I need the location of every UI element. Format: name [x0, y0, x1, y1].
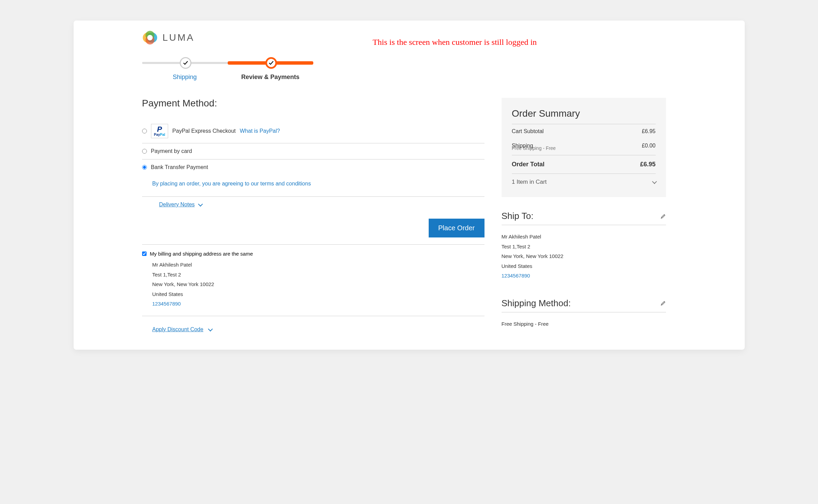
brand-name: LUMA [163, 32, 195, 43]
paypal-label: PayPal Express Checkout [172, 128, 236, 134]
paypal-radio[interactable] [142, 129, 147, 133]
ship-to-title: Ship To: [502, 211, 533, 221]
delivery-notes-label: Delivery Notes [159, 202, 195, 208]
discount-label: Apply Discount Code [152, 326, 203, 333]
ship-city: New York, New York 10022 [502, 251, 666, 261]
luma-logo-icon [142, 31, 158, 44]
apply-discount-toggle[interactable]: Apply Discount Code [152, 326, 212, 333]
shipping-value: £0.00 [642, 143, 655, 149]
ship-name: Mr Akhilesh Patel [502, 232, 666, 242]
payment-heading: Payment Method: [142, 98, 484, 109]
what-is-paypal-link[interactable]: What is PayPal? [240, 128, 280, 134]
check-icon [268, 60, 274, 66]
chevron-down-icon [198, 202, 203, 207]
header-row: LUMA This is the screen when customer is… [142, 31, 676, 47]
billing-city: New York, New York 10022 [152, 280, 484, 289]
edit-shipping-method-icon[interactable] [660, 300, 666, 306]
bank-radio[interactable] [142, 165, 147, 170]
ship-to-section: Ship To: Mr Akhilesh Patel Test 1,Test 2… [502, 211, 666, 284]
card-radio[interactable] [142, 149, 147, 154]
chevron-down-icon [652, 179, 657, 184]
shipping-method-section: Shipping Method: Free Shipping - Free [502, 298, 666, 333]
annotation-text: This is the screen when customer is stil… [373, 38, 537, 47]
subtotal-value: £6.95 [642, 128, 655, 134]
step-shipping-node[interactable] [180, 57, 191, 69]
total-label: Order Total [512, 161, 545, 168]
svg-point-4 [147, 35, 153, 40]
check-icon [183, 60, 188, 66]
checkout-progress: Shipping Review & Payments [142, 57, 313, 81]
delivery-notes-toggle[interactable]: Delivery Notes [159, 202, 202, 208]
billing-street: Test 1,Test 2 [152, 270, 484, 280]
summary-title: Order Summary [512, 108, 656, 124]
total-value: £6.95 [640, 161, 655, 168]
payment-option-paypal[interactable]: P PayPal PayPal Express Checkout What is… [142, 119, 484, 143]
billing-country: United States [152, 289, 484, 299]
billing-phone[interactable]: 1234567890 [152, 301, 181, 307]
step-shipping-label[interactable]: Shipping [142, 74, 228, 81]
shipping-method-title: Shipping Method: [502, 298, 571, 309]
terms-link[interactable]: By placing an order, you are agreeing to… [152, 181, 311, 186]
same-address-checkbox[interactable] [142, 251, 147, 256]
payment-column: Payment Method: P PayPal PayPal Express … [142, 98, 484, 333]
chevron-down-icon [208, 326, 213, 331]
billing-address: Mr Akhilesh Patel Test 1,Test 2 New York… [142, 260, 484, 309]
shipping-method-value: Free Shipping - Free [502, 319, 666, 329]
card-label: Payment by card [151, 148, 192, 154]
place-order-button[interactable]: Place Order [429, 219, 484, 237]
items-label: 1 Item in Cart [512, 179, 547, 185]
billing-name: Mr Akhilesh Patel [152, 260, 484, 270]
subtotal-label: Cart Subtotal [512, 128, 544, 134]
same-address-label: My billing and shipping address are the … [150, 251, 253, 257]
step-review-label: Review & Payments [228, 74, 313, 81]
summary-column: Order Summary Cart Subtotal £6.95 Shippi… [502, 98, 666, 333]
ship-street: Test 1,Test 2 [502, 242, 666, 252]
ship-phone[interactable]: 1234567890 [502, 273, 530, 279]
order-summary: Order Summary Cart Subtotal £6.95 Shippi… [502, 98, 666, 197]
brand: LUMA [142, 31, 195, 44]
bank-label: Bank Transfer Payment [151, 164, 208, 170]
payment-option-bank[interactable]: Bank Transfer Payment [142, 159, 484, 175]
shipping-sub: Free Shipping - Free [512, 145, 656, 155]
checkout-page: LUMA This is the screen when customer is… [74, 21, 745, 350]
edit-ship-to-icon[interactable] [660, 214, 666, 219]
paypal-logo-icon: P PayPal [151, 124, 168, 138]
items-in-cart-toggle[interactable]: 1 Item in Cart [512, 173, 656, 190]
step-review-node[interactable] [265, 57, 277, 69]
payment-option-card[interactable]: Payment by card [142, 143, 484, 159]
ship-country: United States [502, 261, 666, 271]
